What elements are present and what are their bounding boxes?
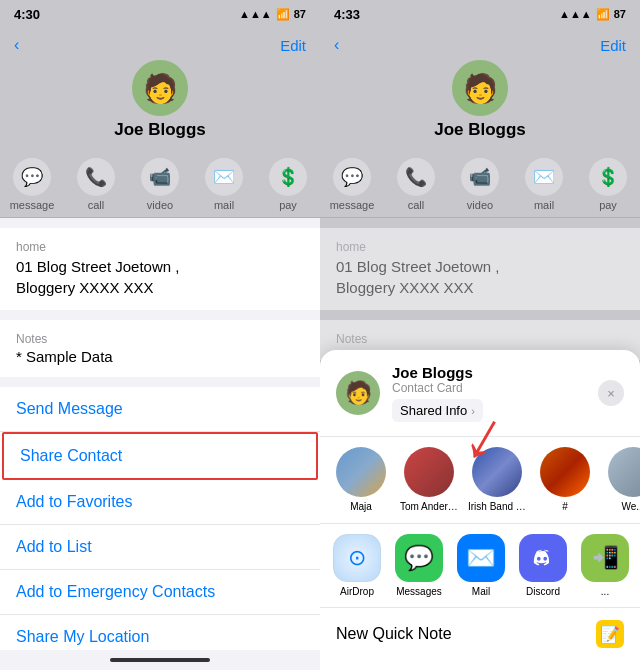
irish-label: Irish Band Chat [468, 501, 526, 513]
menu-share-location[interactable]: Share My Location [0, 615, 320, 650]
fire-avatar [540, 447, 590, 497]
share-sheet-close-button[interactable]: × [598, 380, 624, 406]
right-mail-icon: ✉️ [525, 158, 563, 196]
quick-note-row[interactable]: New Quick Note 📝 [320, 608, 640, 660]
quick-note-label: New Quick Note [336, 625, 452, 643]
partial-avatar [608, 447, 640, 497]
right-mail-label: mail [534, 199, 554, 211]
right-bg-address: home 01 Blog Street Joetown , Bloggery X… [320, 228, 640, 310]
right-message-label: message [330, 199, 375, 211]
app-item-airdrop[interactable]: ⊙ AirDrop [328, 534, 386, 597]
contact-bubble-anderson[interactable]: Tom Anderson [400, 447, 458, 513]
menu-emergency-contacts[interactable]: Add to Emergency Contacts [0, 570, 320, 615]
left-edit-button[interactable]: Edit [280, 37, 306, 54]
contact-bubble-irish[interactable]: Irish Band Chat [468, 447, 526, 513]
left-header-nav: ‹ Edit [0, 36, 320, 54]
video-label: video [147, 199, 173, 211]
right-bg-address-line1: 01 Blog Street Joetown , [336, 256, 624, 277]
right-header-nav: ‹ Edit [320, 36, 640, 54]
shared-info-label: Shared Info [400, 403, 467, 418]
mail-label: mail [214, 199, 234, 211]
menu-send-message[interactable]: Send Message [0, 387, 320, 432]
app-item-mail[interactable]: ✉️ Mail [452, 534, 510, 597]
menu-share-contact[interactable]: Share Contact [2, 432, 318, 480]
left-bottom-bar [0, 650, 320, 670]
left-status-bar: 4:30 ▲▲▲ 📶 87 [0, 0, 320, 28]
left-panel: 4:30 ▲▲▲ 📶 87 ‹ Edit 🧑 Joe Bloggs 💬 mess… [0, 0, 320, 670]
contact-bubble-fire[interactable]: # [536, 447, 594, 513]
share-sheet: 🧑 Joe Bloggs Contact Card Shared Info › … [320, 350, 640, 670]
mail-icon: ✉️ [205, 158, 243, 196]
menu-add-list[interactable]: Add to List [0, 525, 320, 570]
partial-label: We... [604, 501, 640, 513]
partial-app-icon: 📲 [581, 534, 629, 582]
mail-app-label: Mail [472, 586, 490, 597]
app-item-partial[interactable]: 📲 ... [576, 534, 634, 597]
message-label: message [10, 199, 55, 211]
video-icon: 📹 [141, 158, 179, 196]
message-icon: 💬 [13, 158, 51, 196]
share-contact-info: Joe Bloggs Contact Card Shared Info › [392, 364, 586, 422]
left-address-card: home 01 Blog Street Joetown , Bloggery X… [0, 228, 320, 310]
apps-row: ⊙ AirDrop 💬 Messages ✉️ Mail [320, 524, 640, 608]
fire-label: # [536, 501, 594, 513]
left-contact-name: Joe Bloggs [114, 120, 206, 140]
right-time: 4:33 [334, 7, 360, 22]
quick-note-icon: 📝 [596, 620, 624, 648]
maja-label: Maja [332, 501, 390, 513]
battery-icon: 87 [294, 8, 306, 20]
right-back-button[interactable]: ‹ [334, 36, 339, 54]
address-label: home [16, 240, 304, 254]
right-edit-button[interactable]: Edit [600, 37, 626, 54]
shared-info-arrow-icon: › [471, 405, 475, 417]
left-avatar: 🧑 [132, 60, 188, 116]
right-action-video[interactable]: 📹 video [455, 158, 505, 211]
address-line2: Bloggery XXXX XXX [16, 277, 304, 298]
share-contact-name: Joe Bloggs [392, 364, 586, 381]
right-signal-icon: ▲▲▲ [559, 8, 592, 20]
pay-label: pay [279, 199, 297, 211]
right-action-pay[interactable]: 💲 pay [583, 158, 633, 211]
left-contact-header: ‹ Edit 🧑 Joe Bloggs [0, 28, 320, 150]
notes-label: Notes [16, 332, 304, 346]
notes-value: * Sample Data [16, 348, 304, 365]
right-contact-name: Joe Bloggs [434, 120, 526, 140]
right-pay-icon: 💲 [589, 158, 627, 196]
left-action-call[interactable]: 📞 call [71, 158, 121, 211]
maja-avatar [336, 447, 386, 497]
anderson-label: Tom Anderson [400, 501, 458, 513]
left-action-pay[interactable]: 💲 pay [263, 158, 313, 211]
right-bg-address-line2: Bloggery XXXX XXX [336, 277, 624, 298]
right-bg-address-label: home [336, 240, 624, 254]
right-wifi-icon: 📶 [596, 8, 610, 21]
right-action-message[interactable]: 💬 message [327, 158, 377, 211]
anderson-avatar [404, 447, 454, 497]
app-item-discord[interactable]: Discord [514, 534, 572, 597]
call-label: call [88, 199, 105, 211]
right-action-call[interactable]: 📞 call [391, 158, 441, 211]
left-action-video[interactable]: 📹 video [135, 158, 185, 211]
right-action-mail[interactable]: ✉️ mail [519, 158, 569, 211]
call-icon: 📞 [77, 158, 115, 196]
right-bg-notes-label: Notes [336, 332, 624, 346]
menu-add-favorites[interactable]: Add to Favorites [0, 480, 320, 525]
messages-label: Messages [396, 586, 442, 597]
contact-bubble-partial[interactable]: We... [604, 447, 640, 513]
left-action-mail[interactable]: ✉️ mail [199, 158, 249, 211]
left-back-button[interactable]: ‹ [14, 36, 19, 54]
right-battery-icon: 87 [614, 8, 626, 20]
wifi-icon: 📶 [276, 8, 290, 21]
irish-avatar [472, 447, 522, 497]
app-item-messages[interactable]: 💬 Messages [390, 534, 448, 597]
right-pay-label: pay [599, 199, 617, 211]
shared-info-button[interactable]: Shared Info › [392, 399, 483, 422]
left-action-message[interactable]: 💬 message [7, 158, 57, 211]
airdrop-label: AirDrop [340, 586, 374, 597]
contact-bubble-maja[interactable]: Maja [332, 447, 390, 513]
right-video-label: video [467, 199, 493, 211]
right-action-row: 💬 message 📞 call 📹 video ✉️ mail 💲 pay [320, 150, 640, 218]
right-contact-header: ‹ Edit 🧑 Joe Bloggs [320, 28, 640, 150]
address-line1: 01 Blog Street Joetown , [16, 256, 304, 277]
right-message-icon: 💬 [333, 158, 371, 196]
right-status-bar: 4:33 ▲▲▲ 📶 87 [320, 0, 640, 28]
